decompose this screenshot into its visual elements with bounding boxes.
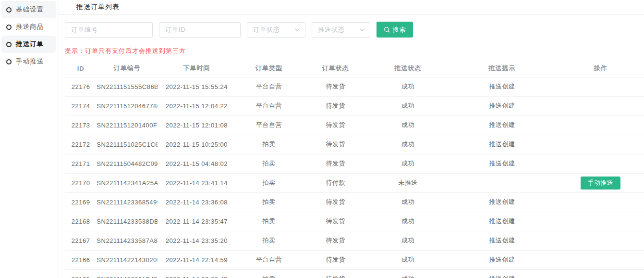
chevron-down-icon (294, 27, 300, 33)
cell-type: 平台自营 (236, 115, 303, 135)
column-header-order-status: 订单状态 (302, 60, 369, 77)
cell-time: 2022-11-14 22:14:59 (158, 250, 236, 269)
cell-push-status: 成功 (369, 192, 447, 212)
cell-type: 拍卖 (236, 192, 303, 212)
sidebar-item-label: 基础设置 (16, 5, 44, 14)
cell-push-status: 成功 (369, 135, 447, 154)
cell-type: 平台自营 (236, 77, 303, 96)
cell-status: 待发货 (302, 269, 369, 278)
order-status-select[interactable]: 订单状态 (247, 22, 305, 38)
cell-action (557, 269, 644, 278)
cell-id: 22167 (65, 231, 97, 250)
cell-id: 22168 (65, 212, 97, 231)
sidebar-item-basic-settings[interactable]: 基础设置 (1, 1, 56, 18)
cell-action (557, 212, 644, 231)
cell-push-hint: 推送创建 (447, 212, 557, 231)
manual-push-button[interactable]: 手动推送 (581, 177, 620, 190)
sidebar-item-push-products[interactable]: 推送商品 (1, 18, 56, 36)
cell-order-no: SN22111504482C09FB (97, 154, 158, 173)
cell-status: 待付款 (302, 173, 369, 192)
cell-time: 2022-11-14 23:41:14 (158, 173, 236, 192)
cell-push-hint: 推送创建 (447, 96, 557, 115)
cell-push-status: 成功 (369, 77, 447, 96)
cell-id: 22169 (65, 192, 97, 212)
table-row: 22171SN22111504482C09FB2022-11-15 04:48:… (65, 154, 644, 173)
cell-status: 待发货 (302, 115, 369, 135)
cell-time: 2022-11-14 23:35:20 (158, 231, 236, 250)
table-row: 22166SN22111422143020672022-11-14 22:14:… (65, 250, 644, 269)
cell-push-status: 成功 (369, 115, 447, 135)
cell-time: 2022-11-15 12:04:22 (158, 96, 236, 115)
cell-order-no: SN22111422001B45E4 (97, 269, 158, 278)
cell-time: 2022-11-15 15:55:24 (158, 77, 236, 96)
table-row: 22170SN2211142341A25A382022-11-14 23:41:… (65, 173, 644, 192)
cell-type: 平台自营 (236, 250, 303, 269)
sidebar-item-label: 手动推送 (16, 57, 44, 66)
sidebar-item-label: 推送商品 (16, 23, 44, 31)
cell-order-no: SN221114233538DBF6 (97, 212, 158, 231)
table-row: 22172SN2211151025C1C69B2022-11-15 10:25:… (65, 135, 644, 154)
cell-status: 待发货 (302, 96, 369, 115)
cell-action (557, 250, 644, 269)
cell-id: 22166 (65, 250, 97, 269)
column-header-actions: 操作 (557, 60, 644, 77)
cell-action (557, 192, 644, 212)
cell-push-hint: 推送创建 (447, 115, 557, 135)
circle-icon (6, 42, 12, 47)
cell-time: 2022-11-14 22:00:45 (158, 269, 236, 278)
order-table: ID 订单编号 下单时间 订单类型 订单状态 推送状态 推送提示 操作 2217… (65, 60, 644, 278)
circle-icon (6, 7, 12, 13)
cell-time: 2022-11-15 04:48:02 (158, 154, 236, 173)
push-status-select[interactable]: 推送状态 (312, 22, 370, 38)
table-row: 22167SN221114233587A8742022-11-14 23:35:… (65, 231, 644, 250)
cell-push-hint: 推送创建 (447, 77, 557, 96)
cell-push-status: 成功 (369, 154, 447, 173)
cell-push-hint: 推送创建 (447, 231, 557, 250)
filter-bar: 订单状态 推送状态 搜索 (58, 15, 644, 38)
cell-order-no: SN2211142214302067 (97, 250, 158, 269)
cell-status: 待发货 (302, 135, 369, 154)
cell-status: 待发货 (302, 154, 369, 173)
cell-time: 2022-11-14 23:36:08 (158, 192, 236, 212)
cell-id: 22165 (65, 269, 97, 278)
cell-action (557, 77, 644, 96)
cell-id: 22170 (65, 173, 97, 192)
order-table-header: ID 订单编号 下单时间 订单类型 订单状态 推送状态 推送提示 操作 (65, 60, 644, 77)
cell-status: 待发货 (302, 77, 369, 96)
cell-type: 拍卖 (236, 154, 303, 173)
cell-type: 拍卖 (236, 212, 303, 231)
cell-status: 待发货 (302, 212, 369, 231)
search-button[interactable]: 搜索 (377, 22, 413, 38)
cell-status: 待发货 (302, 250, 369, 269)
cell-push-status: 成功 (369, 250, 447, 269)
page-title: 推送订单列表 (76, 3, 120, 12)
cell-action (557, 135, 644, 154)
sidebar-item-push-orders[interactable]: 推送订单 (1, 36, 56, 53)
cell-push-hint: 推送创建 (447, 250, 557, 269)
cell-time: 2022-11-15 10:25:00 (158, 135, 236, 154)
cell-type: 拍卖 (236, 231, 303, 250)
cell-order-no: SN22111512046778C8 (97, 96, 158, 115)
cell-action (557, 96, 644, 115)
cell-action (557, 154, 644, 173)
column-header-order-no: 订单编号 (97, 60, 158, 77)
cell-push-status: 成功 (369, 212, 447, 231)
order-table-body: 22176SN2211151555C86BAE2022-11-15 15:55:… (65, 77, 644, 278)
table-row: 22173SN2211151201400FD62022-11-15 12:01:… (65, 115, 644, 135)
cell-type: 拍卖 (236, 269, 303, 278)
cell-push-hint: 推送创建 (447, 269, 557, 278)
cell-id: 22171 (65, 154, 97, 173)
cell-order-no: SN2211151201400FD6 (97, 115, 158, 135)
select-placeholder: 订单状态 (253, 25, 280, 34)
sidebar-item-manual-push[interactable]: 手动推送 (1, 53, 56, 70)
order-id-input[interactable] (159, 22, 241, 38)
cell-order-no: SN2211151555C86BAE (97, 77, 158, 96)
cell-push-status: 成功 (369, 96, 447, 115)
cell-id: 22174 (65, 96, 97, 115)
cell-type: 拍卖 (236, 135, 303, 154)
cell-push-status: 未推送 (369, 173, 447, 192)
cell-time: 2022-11-15 12:01:08 (158, 115, 236, 135)
order-no-input[interactable] (65, 22, 153, 38)
cell-push-status: 成功 (369, 231, 447, 250)
cell-id: 22173 (65, 115, 97, 135)
